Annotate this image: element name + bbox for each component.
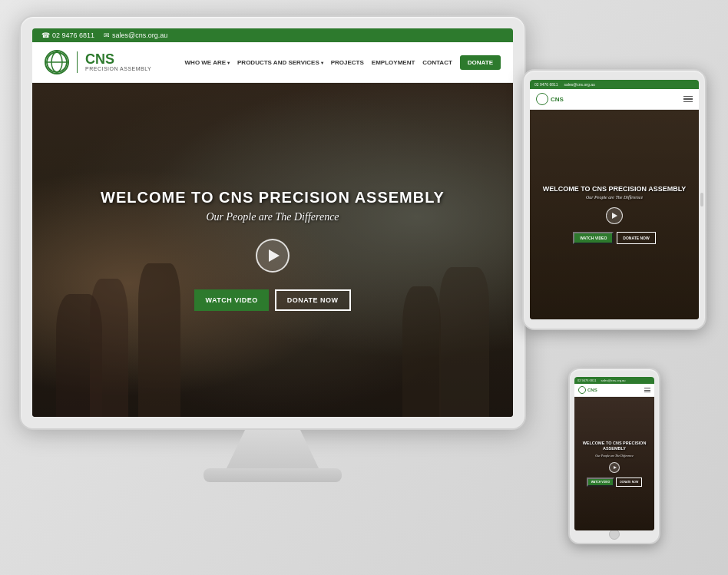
mobile-logo: CNS <box>578 386 597 394</box>
logo-text: CNS PRECISION ASSEMBLY <box>85 52 151 72</box>
mobile-logo-circle <box>578 386 586 394</box>
mobile-home-button[interactable] <box>609 529 620 540</box>
tablet-play-button[interactable] <box>606 207 623 224</box>
main-nav: CNS PRECISION ASSEMBLY WHO WE ARE ▾ PROD… <box>32 42 513 83</box>
tablet-topbar: 02 9476 6811 sales@cns.org.au <box>530 80 699 89</box>
top-bar-phone: ☎ 02 9476 6811 <box>41 31 94 39</box>
monitor-stand <box>227 430 319 468</box>
nav-links: WHO WE ARE ▾ PRODUCTS AND SERVICES ▾ PRO… <box>185 55 501 70</box>
top-bar-email: ✉ sales@cns.org.au <box>104 31 167 39</box>
monitor-frame: ☎ 02 9476 6811 ✉ sales@cns.org.au <box>19 15 526 430</box>
mobile-hero-buttons: WATCH VIDEO DONATE NOW <box>587 478 642 487</box>
tablet-nav: CNS <box>530 89 699 110</box>
tablet-website: 02 9476 6811 sales@cns.org.au CNS <box>530 80 699 319</box>
nav-projects-label: PROJECTS <box>331 59 364 66</box>
tablet-play-icon <box>612 213 617 219</box>
mobile-donate-button[interactable]: DONATE NOW <box>616 478 642 487</box>
mobile-hero-content: WELCOME TO CNS PRECISION ASSEMBLY Our Pe… <box>574 397 654 530</box>
hero-buttons: WATCH VIDEO DONATE NOW <box>194 289 350 311</box>
mobile-hamburger-line-2 <box>644 390 650 391</box>
nav-projects[interactable]: PROJECTS <box>331 59 364 66</box>
logo-area: CNS PRECISION ASSEMBLY <box>45 50 151 74</box>
hero-content: WELCOME TO CNS PRECISION ASSEMBLY Our Pe… <box>32 83 513 417</box>
tablet-hero-title: WELCOME TO CNS PRECISION ASSEMBLY <box>543 185 687 193</box>
monitor-base <box>204 468 342 482</box>
mobile-hamburger-line-3 <box>644 392 650 392</box>
mobile-hamburger-menu[interactable] <box>644 388 650 392</box>
email-icon: ✉ <box>104 31 110 39</box>
hero-section: WELCOME TO CNS PRECISION ASSEMBLY Our Pe… <box>32 83 513 417</box>
mobile-screen: 02 9476 6811 sales@cns.org.au CNS <box>574 377 654 530</box>
mobile-phone: 02 9476 6811 <box>577 378 596 382</box>
tablet-hero-subtitle: Our People are The Difference <box>586 195 643 200</box>
play-icon <box>269 249 280 262</box>
chevron-down-icon: ▾ <box>227 60 230 65</box>
logo-divider <box>77 51 78 73</box>
phone-number: 02 9476 6811 <box>52 31 94 39</box>
nav-contact[interactable]: CONTACT <box>422 59 452 66</box>
play-button[interactable] <box>256 239 290 273</box>
hamburger-line-1 <box>683 96 693 97</box>
nav-products[interactable]: PRODUCTS AND SERVICES ▾ <box>237 59 323 66</box>
phone-icon: ☎ <box>41 31 50 39</box>
mobile-play-button[interactable] <box>609 462 620 473</box>
logo-precision: PRECISION ASSEMBLY <box>85 66 151 72</box>
nav-contact-label: CONTACT <box>422 59 452 66</box>
scene: ☎ 02 9476 6811 ✉ sales@cns.org.au <box>0 0 728 575</box>
tablet-device: 02 9476 6811 sales@cns.org.au CNS <box>522 69 706 330</box>
tablet-logo-text: CNS <box>551 96 564 103</box>
desktop-monitor: ☎ 02 9476 6811 ✉ sales@cns.org.au <box>19 15 526 491</box>
top-bar: ☎ 02 9476 6811 ✉ sales@cns.org.au <box>32 28 513 42</box>
mobile-logo-text: CNS <box>587 388 597 392</box>
hamburger-line-2 <box>683 98 693 100</box>
mobile-watch-button[interactable]: WATCH VIDEO <box>587 478 614 487</box>
tablet-donate-button[interactable]: DONATE NOW <box>617 232 655 244</box>
tablet-email: sales@cns.org.au <box>564 82 595 87</box>
mobile-hero-subtitle: Our People are The Difference <box>595 454 633 458</box>
nav-products-label: PRODUCTS AND SERVICES <box>237 59 319 66</box>
tablet-phone: 02 9476 6811 <box>534 82 558 87</box>
mobile-hero: WELCOME TO CNS PRECISION ASSEMBLY Our Pe… <box>574 397 654 530</box>
hero-title: WELCOME TO CNS PRECISION ASSEMBLY <box>101 189 445 207</box>
mobile-hamburger-line-1 <box>644 388 650 388</box>
mobile-hero-title: WELCOME TO CNS PRECISION ASSEMBLY <box>578 441 650 451</box>
mobile-play-icon <box>614 466 617 469</box>
tablet-logo: CNS <box>536 93 564 105</box>
tablet-hero-buttons: WATCH VIDEO DONATE NOW <box>573 232 655 244</box>
mobile-device: 02 9476 6811 sales@cns.org.au CNS <box>568 368 660 544</box>
mobile-website: 02 9476 6811 sales@cns.org.au CNS <box>574 377 654 530</box>
nav-employment-label: EMPLOYMENT <box>372 59 415 66</box>
watch-video-button[interactable]: WATCH VIDEO <box>194 289 268 311</box>
hamburger-line-3 <box>683 101 693 103</box>
logo-cns: CNS <box>85 52 151 66</box>
tablet-screen: 02 9476 6811 sales@cns.org.au CNS <box>530 80 699 319</box>
chevron-down-icon: ▾ <box>321 60 323 65</box>
tablet-hero: WELCOME TO CNS PRECISION ASSEMBLY Our Pe… <box>530 110 699 319</box>
mobile-email: sales@cns.org.au <box>601 378 625 382</box>
nav-employment[interactable]: EMPLOYMENT <box>372 59 415 66</box>
mobile-frame: 02 9476 6811 sales@cns.org.au CNS <box>568 368 660 544</box>
nav-who-we-are-label: WHO WE ARE <box>185 59 226 66</box>
tablet-hamburger-menu[interactable] <box>683 96 693 103</box>
email-address: sales@cns.org.au <box>112 31 167 39</box>
tablet-power-button <box>700 193 703 207</box>
tablet-watch-button[interactable]: WATCH VIDEO <box>573 232 614 244</box>
hero-subtitle: Our People are The Difference <box>206 211 339 223</box>
donate-button[interactable]: DONATE <box>460 55 501 70</box>
tablet-logo-circle <box>536 93 548 105</box>
tablet-frame: 02 9476 6811 sales@cns.org.au CNS <box>522 69 706 330</box>
mobile-nav: CNS <box>574 384 654 397</box>
monitor-screen: ☎ 02 9476 6811 ✉ sales@cns.org.au <box>32 28 513 417</box>
logo-circle <box>45 50 69 74</box>
mobile-topbar: 02 9476 6811 sales@cns.org.au <box>574 377 654 384</box>
tablet-hero-content: WELCOME TO CNS PRECISION ASSEMBLY Our Pe… <box>530 110 699 319</box>
donate-now-button[interactable]: DONATE NOW <box>275 289 351 311</box>
desktop-website: ☎ 02 9476 6811 ✉ sales@cns.org.au <box>32 28 513 417</box>
nav-who-we-are[interactable]: WHO WE ARE ▾ <box>185 59 230 66</box>
